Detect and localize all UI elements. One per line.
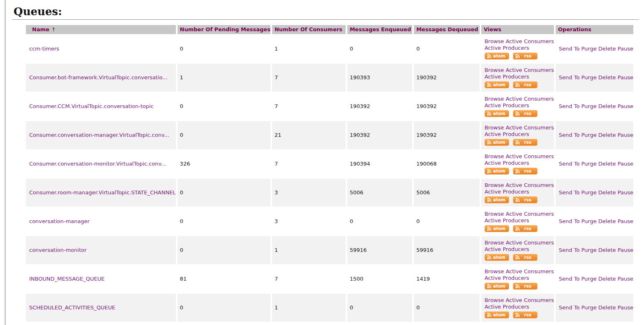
queue-name-link[interactable]: conversation-monitor bbox=[29, 247, 87, 253]
send-to-link[interactable]: Send To bbox=[559, 218, 580, 224]
atom-feed-button[interactable]: atom bbox=[485, 110, 509, 117]
queue-name-link[interactable]: Consumer.CCM.VirtualTopic.conversation-t… bbox=[29, 103, 154, 109]
active-consumers-link[interactable]: Active Consumers bbox=[506, 240, 554, 246]
send-to-link[interactable]: Send To bbox=[559, 46, 580, 52]
pause-link[interactable]: Pause bbox=[618, 161, 633, 167]
queue-name-link[interactable]: Consumer.room-manager.VirtualTopic.STATE… bbox=[29, 189, 176, 196]
browse-link[interactable]: Browse bbox=[485, 67, 504, 73]
delete-link[interactable]: Delete bbox=[598, 276, 616, 282]
delete-link[interactable]: Delete bbox=[598, 103, 616, 109]
queue-name-link[interactable]: conversation-manager bbox=[29, 218, 90, 224]
queue-name-link[interactable]: Consumer.conversation-monitor.VirtualTop… bbox=[29, 161, 166, 167]
pause-link[interactable]: Pause bbox=[618, 247, 633, 253]
purge-link[interactable]: Purge bbox=[582, 132, 597, 138]
send-to-link[interactable]: Send To bbox=[559, 132, 580, 138]
atom-feed-button[interactable]: atom bbox=[485, 196, 509, 203]
rss-feed-button[interactable]: rss bbox=[513, 283, 538, 290]
browse-link[interactable]: Browse bbox=[485, 240, 504, 246]
purge-link[interactable]: Purge bbox=[582, 46, 597, 52]
browse-link[interactable]: Browse bbox=[485, 211, 504, 217]
queue-name-link[interactable]: Consumer.conversation-manager.VirtualTop… bbox=[29, 132, 169, 138]
rss-feed-button[interactable]: rss bbox=[513, 225, 538, 232]
purge-link[interactable]: Purge bbox=[582, 74, 597, 81]
browse-link[interactable]: Browse bbox=[485, 38, 504, 44]
pause-link[interactable]: Pause bbox=[618, 74, 633, 81]
active-producers-link[interactable]: Active Producers bbox=[485, 275, 529, 281]
active-producers-link[interactable]: Active Producers bbox=[485, 102, 529, 108]
rss-feed-button[interactable]: rss bbox=[513, 81, 538, 88]
rss-feed-button[interactable]: rss bbox=[513, 196, 538, 203]
column-header-name[interactable]: Name↑ bbox=[26, 25, 176, 34]
pause-link[interactable]: Pause bbox=[618, 103, 633, 109]
delete-link[interactable]: Delete bbox=[598, 304, 616, 311]
send-to-link[interactable]: Send To bbox=[559, 161, 580, 167]
atom-feed-button[interactable]: atom bbox=[485, 311, 509, 318]
browse-link[interactable]: Browse bbox=[485, 124, 504, 131]
active-producers-link[interactable]: Active Producers bbox=[485, 160, 529, 166]
active-producers-link[interactable]: Active Producers bbox=[485, 45, 529, 51]
browse-link[interactable]: Browse bbox=[485, 96, 504, 102]
pause-link[interactable]: Pause bbox=[618, 189, 633, 196]
purge-link[interactable]: Purge bbox=[582, 103, 597, 109]
pause-link[interactable]: Pause bbox=[618, 304, 633, 311]
active-producers-link[interactable]: Active Producers bbox=[485, 189, 529, 195]
active-consumers-link[interactable]: Active Consumers bbox=[506, 96, 554, 102]
active-consumers-link[interactable]: Active Consumers bbox=[506, 297, 554, 303]
atom-feed-button[interactable]: atom bbox=[485, 53, 509, 60]
rss-feed-button[interactable]: rss bbox=[513, 168, 538, 175]
purge-link[interactable]: Purge bbox=[582, 304, 597, 311]
atom-feed-button[interactable]: atom bbox=[485, 81, 509, 88]
active-consumers-link[interactable]: Active Consumers bbox=[506, 268, 554, 274]
send-to-link[interactable]: Send To bbox=[559, 189, 580, 196]
queue-name-link[interactable]: INBOUND_MESSAGE_QUEUE bbox=[29, 276, 105, 282]
active-producers-link[interactable]: Active Producers bbox=[485, 131, 529, 137]
active-consumers-link[interactable]: Active Consumers bbox=[506, 38, 554, 44]
queue-name-link[interactable]: Consumer.bot-framework.VirtualTopic.conv… bbox=[29, 74, 168, 81]
purge-link[interactable]: Purge bbox=[582, 247, 597, 253]
pause-link[interactable]: Pause bbox=[618, 132, 633, 138]
active-consumers-link[interactable]: Active Consumers bbox=[506, 153, 554, 159]
purge-link[interactable]: Purge bbox=[582, 189, 597, 196]
send-to-link[interactable]: Send To bbox=[559, 276, 580, 282]
send-to-link[interactable]: Send To bbox=[559, 247, 580, 253]
atom-feed-button[interactable]: atom bbox=[485, 168, 509, 175]
delete-link[interactable]: Delete bbox=[598, 46, 616, 52]
browse-link[interactable]: Browse bbox=[485, 297, 504, 303]
active-consumers-link[interactable]: Active Consumers bbox=[506, 211, 554, 217]
pause-link[interactable]: Pause bbox=[618, 46, 633, 52]
rss-feed-button[interactable]: rss bbox=[513, 110, 538, 117]
atom-feed-button[interactable]: atom bbox=[485, 283, 509, 290]
pause-link[interactable]: Pause bbox=[618, 276, 633, 282]
delete-link[interactable]: Delete bbox=[598, 74, 616, 81]
pause-link[interactable]: Pause bbox=[618, 218, 633, 224]
atom-feed-button[interactable]: atom bbox=[485, 225, 509, 232]
purge-link[interactable]: Purge bbox=[582, 218, 597, 224]
browse-link[interactable]: Browse bbox=[485, 268, 504, 274]
queue-name-link[interactable]: SCHEDULED_ACTIVITIES_QUEUE bbox=[29, 304, 115, 311]
browse-link[interactable]: Browse bbox=[485, 182, 504, 188]
rss-feed-button[interactable]: rss bbox=[513, 139, 538, 146]
active-consumers-link[interactable]: Active Consumers bbox=[506, 67, 554, 73]
queue-name-link[interactable]: ccm-timers bbox=[29, 46, 59, 52]
active-consumers-link[interactable]: Active Consumers bbox=[506, 124, 554, 131]
browse-link[interactable]: Browse bbox=[485, 153, 504, 159]
rss-feed-button[interactable]: rss bbox=[513, 53, 538, 60]
active-producers-link[interactable]: Active Producers bbox=[485, 74, 529, 80]
delete-link[interactable]: Delete bbox=[598, 132, 616, 138]
delete-link[interactable]: Delete bbox=[598, 218, 616, 224]
active-producers-link[interactable]: Active Producers bbox=[485, 246, 529, 252]
atom-feed-button[interactable]: atom bbox=[485, 139, 509, 146]
purge-link[interactable]: Purge bbox=[582, 161, 597, 167]
active-producers-link[interactable]: Active Producers bbox=[485, 304, 529, 310]
purge-link[interactable]: Purge bbox=[582, 276, 597, 282]
send-to-link[interactable]: Send To bbox=[559, 304, 580, 311]
rss-feed-button[interactable]: rss bbox=[513, 311, 538, 318]
active-producers-link[interactable]: Active Producers bbox=[485, 217, 529, 224]
delete-link[interactable]: Delete bbox=[598, 247, 616, 253]
active-consumers-link[interactable]: Active Consumers bbox=[506, 182, 554, 188]
delete-link[interactable]: Delete bbox=[598, 189, 616, 196]
send-to-link[interactable]: Send To bbox=[559, 103, 580, 109]
rss-feed-button[interactable]: rss bbox=[513, 254, 538, 261]
atom-feed-button[interactable]: atom bbox=[485, 254, 509, 261]
delete-link[interactable]: Delete bbox=[598, 161, 616, 167]
